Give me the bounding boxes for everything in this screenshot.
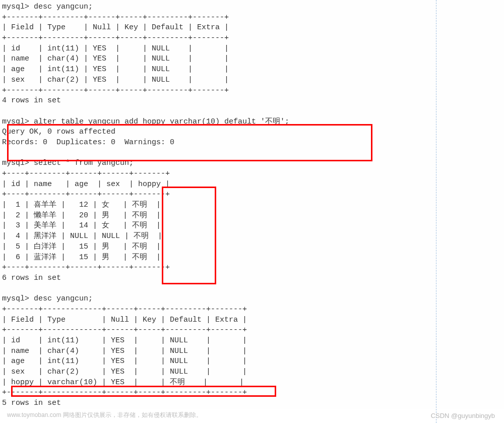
- watermark-left: www.toymoban.com 网络图片仅供展示，非存储，如有侵权请联系删除。: [7, 411, 202, 419]
- cmd-alter: mysql> alter table yangcun add hoppy var…: [2, 117, 504, 128]
- table-row: | sex | char(2) | YES | | NULL | |: [2, 75, 504, 86]
- divider: +----+--------+------+------+-------+: [2, 190, 504, 200]
- alter-result-1: Query OK, 0 rows affected: [2, 127, 504, 138]
- table-row: | 6 | 蓝洋洋 | 15 | 男 | 不明 |: [2, 253, 504, 263]
- table-header: | Field | Type | Null | Key | Default | …: [2, 23, 504, 33]
- cmd-select: mysql> select * from yangcun;: [2, 158, 504, 169]
- watermark-right: CSDN @guyunbingyb: [431, 412, 495, 419]
- cmd-desc-2: mysql> desc yangcun;: [2, 294, 504, 305]
- table-row: | name | char(4) | YES | | NULL | |: [2, 346, 504, 357]
- table-row: | age | int(11) | YES | | NULL | |: [2, 356, 504, 367]
- divider: +-------+-------------+------+-----+----…: [2, 325, 504, 336]
- blank: [2, 284, 504, 294]
- table-header: | id | name | age | sex | hoppy |: [2, 179, 504, 190]
- table-row: | 5 | 白洋洋 | 15 | 男 | 不明 |: [2, 242, 504, 253]
- cmd-desc-1: mysql> desc yangcun;: [2, 2, 504, 13]
- divider: +----+--------+------+------+-------+: [2, 169, 504, 179]
- table-row: | 1 | 喜羊羊 | 12 | 女 | 不明 |: [2, 200, 504, 211]
- table-row: | age | int(11) | YES | | NULL | |: [2, 65, 504, 75]
- table-row: | 3 | 美羊羊 | 14 | 女 | 不明 |: [2, 221, 504, 231]
- table-row: | 4 | 黑洋洋 | NULL | NULL | 不明 |: [2, 231, 504, 242]
- result-count: 5 rows in set: [2, 398, 504, 409]
- divider: +-------+-------------+------+-----+----…: [2, 388, 504, 398]
- divider: +-------+---------+------+-----+--------…: [2, 86, 504, 96]
- page-rule: [436, 0, 436, 423]
- result-count: 6 rows in set: [2, 273, 504, 284]
- table-row: | id | int(11) | YES | | NULL | |: [2, 44, 504, 54]
- table-row: | sex | char(2) | YES | | NULL | |: [2, 367, 504, 378]
- blank: [2, 148, 504, 159]
- table-row: | name | char(4) | YES | | NULL | |: [2, 54, 504, 65]
- divider: +-------+---------+------+-----+--------…: [2, 13, 504, 23]
- result-count: 4 rows in set: [2, 96, 504, 106]
- table-row: | id | int(11) | YES | | NULL | |: [2, 336, 504, 346]
- blank: [2, 106, 504, 117]
- table-row: | 2 | 懒羊羊 | 20 | 男 | 不明 |: [2, 211, 504, 221]
- divider: +-------+---------+------+-----+--------…: [2, 33, 504, 44]
- divider: +-------+-------------+------+-----+----…: [2, 305, 504, 315]
- alter-result-2: Records: 0 Duplicates: 0 Warnings: 0: [2, 138, 504, 148]
- mysql-terminal: mysql> desc yangcun; +-------+---------+…: [0, 0, 504, 409]
- table-row: | hoppy | varchar(10) | YES | | 不明 | |: [2, 378, 504, 388]
- table-header: | Field | Type | Null | Key | Default | …: [2, 315, 504, 326]
- divider: +----+--------+------+------+-------+: [2, 263, 504, 273]
